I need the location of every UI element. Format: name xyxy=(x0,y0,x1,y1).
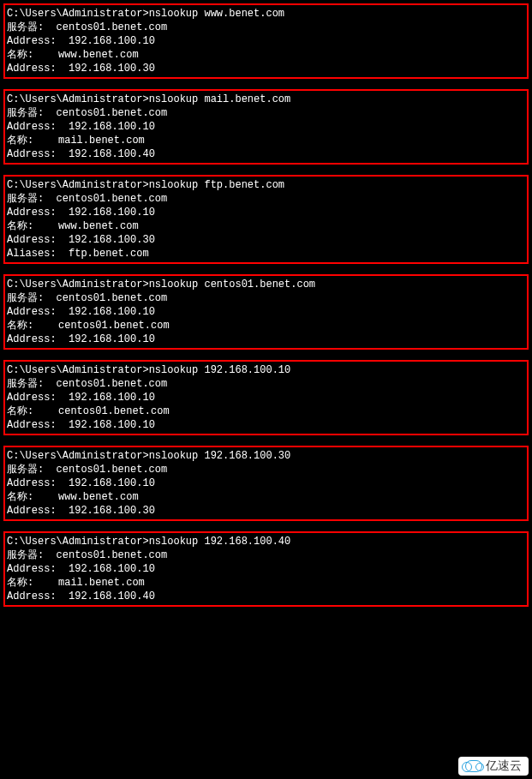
name-address-line: Address: 192.168.100.10 xyxy=(7,333,525,346)
watermark-text: 亿速云 xyxy=(486,758,522,774)
nslookup-block: C:\Users\Administrator>nslookup mail.ben… xyxy=(3,89,529,165)
command-line: C:\Users\Administrator>nslookup centos01… xyxy=(7,278,525,291)
nslookup-block: C:\Users\Administrator>nslookup ftp.bene… xyxy=(3,175,529,264)
command-line: C:\Users\Administrator>nslookup 192.168.… xyxy=(7,449,525,463)
name-address-line: Address: 192.168.100.30 xyxy=(7,233,525,247)
aliases-line: Aliases: ftp.benet.com xyxy=(7,247,525,261)
watermark-badge: 亿速云 xyxy=(458,757,529,776)
server-line: 服务器: centos01.benet.com xyxy=(7,377,525,391)
name-line: 名称: mail.benet.com xyxy=(7,134,525,147)
nslookup-block: C:\Users\Administrator>nslookup www.bene… xyxy=(3,3,529,79)
name-address-line: Address: 192.168.100.10 xyxy=(7,418,525,432)
server-address-line: Address: 192.168.100.10 xyxy=(7,562,525,576)
name-line: 名称: www.benet.com xyxy=(7,48,525,62)
server-line: 服务器: centos01.benet.com xyxy=(7,192,525,206)
server-line: 服务器: centos01.benet.com xyxy=(7,463,525,476)
name-address-line: Address: 192.168.100.40 xyxy=(7,147,525,161)
command-line: C:\Users\Administrator>nslookup www.bene… xyxy=(7,7,525,21)
terminal-output: C:\Users\Administrator>nslookup www.bene… xyxy=(0,0,532,779)
server-line: 服务器: centos01.benet.com xyxy=(7,291,525,305)
server-address-line: Address: 192.168.100.10 xyxy=(7,120,525,134)
server-line: 服务器: centos01.benet.com xyxy=(7,106,525,120)
server-address-line: Address: 192.168.100.10 xyxy=(7,476,525,490)
command-line: C:\Users\Administrator>nslookup 192.168.… xyxy=(7,535,525,548)
server-address-line: Address: 192.168.100.10 xyxy=(7,34,525,48)
server-address-line: Address: 192.168.100.10 xyxy=(7,206,525,219)
name-line: 名称: centos01.benet.com xyxy=(7,404,525,418)
nslookup-block: C:\Users\Administrator>nslookup 192.168.… xyxy=(3,446,529,521)
nslookup-block: C:\Users\Administrator>nslookup 192.168.… xyxy=(3,531,529,607)
nslookup-block: C:\Users\Administrator>nslookup centos01… xyxy=(3,274,529,350)
name-address-line: Address: 192.168.100.30 xyxy=(7,62,525,75)
name-address-line: Address: 192.168.100.40 xyxy=(7,590,525,603)
command-line: C:\Users\Administrator>nslookup mail.ben… xyxy=(7,93,525,106)
name-address-line: Address: 192.168.100.30 xyxy=(7,504,525,518)
server-address-line: Address: 192.168.100.10 xyxy=(7,305,525,319)
cloud-icon xyxy=(465,760,482,772)
name-line: 名称: centos01.benet.com xyxy=(7,319,525,333)
nslookup-block: C:\Users\Administrator>nslookup 192.168.… xyxy=(3,360,529,435)
name-line: 名称: www.benet.com xyxy=(7,490,525,504)
server-address-line: Address: 192.168.100.10 xyxy=(7,391,525,404)
name-line: 名称: mail.benet.com xyxy=(7,576,525,590)
command-line: C:\Users\Administrator>nslookup ftp.bene… xyxy=(7,178,525,192)
command-line: C:\Users\Administrator>nslookup 192.168.… xyxy=(7,363,525,377)
name-line: 名称: www.benet.com xyxy=(7,219,525,233)
server-line: 服务器: centos01.benet.com xyxy=(7,548,525,562)
server-line: 服务器: centos01.benet.com xyxy=(7,21,525,34)
